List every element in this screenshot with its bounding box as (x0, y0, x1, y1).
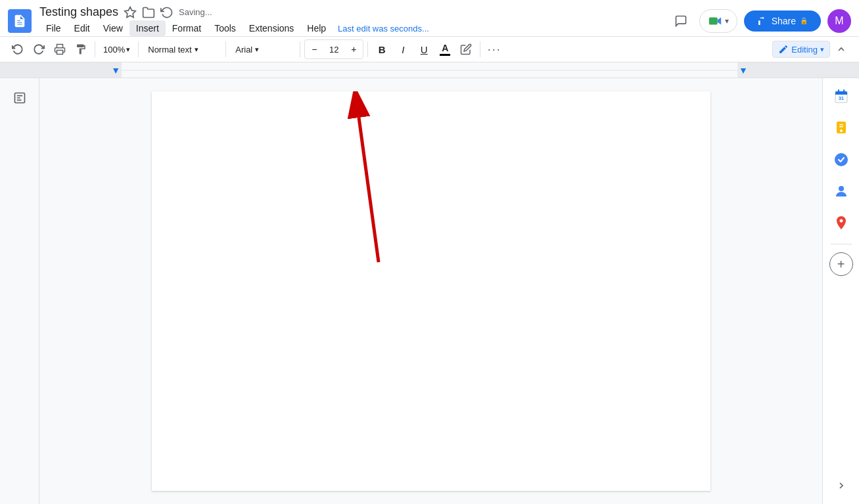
expand-sidebar-button[interactable] (833, 478, 849, 493)
editing-mode-button[interactable]: Editing ▾ (772, 41, 830, 58)
toolbar: 100% ▾ Normal text ▾ Arial ▾ − + B I U A… (0, 37, 859, 62)
google-contacts-button[interactable] (828, 178, 854, 204)
editing-label: Editing (791, 45, 818, 55)
document-outline-button[interactable] (8, 86, 32, 110)
svg-point-19 (835, 153, 848, 166)
google-maps-button[interactable] (828, 210, 854, 236)
share-label: Share (772, 16, 796, 26)
redo-button[interactable] (29, 39, 49, 59)
svg-text:31: 31 (839, 96, 844, 101)
font-label: Arial (235, 45, 252, 55)
meet-dropdown-arrow: ▾ (725, 16, 729, 26)
text-color-indicator: A (440, 43, 450, 56)
font-size-decrease[interactable]: − (306, 41, 322, 57)
svg-rect-3 (758, 20, 760, 25)
menu-tools[interactable]: Tools (208, 20, 243, 36)
toolbar-divider-2 (138, 41, 139, 57)
svg-rect-17 (839, 124, 843, 126)
zoom-control[interactable]: 100% ▾ (99, 43, 134, 56)
header-actions: ▾ Share 🔒 M (669, 9, 851, 33)
font-size-control: − + (304, 39, 363, 59)
sidebar-left (0, 78, 39, 504)
font-dropdown-arrow: ▾ (255, 45, 259, 54)
zoom-value: 100% (103, 45, 125, 55)
svg-rect-11 (835, 93, 847, 95)
menu-format[interactable]: Format (166, 20, 208, 36)
toolbar-divider-4 (300, 41, 300, 57)
svg-marker-0 (125, 7, 136, 17)
ruler-marker-right[interactable]: ▼ (739, 66, 748, 75)
menu-bar: File Edit View Insert Format Tools Exten… (39, 20, 664, 36)
document-area[interactable] (39, 78, 822, 504)
menu-help[interactable]: Help (300, 20, 333, 36)
google-keep-button[interactable] (828, 115, 854, 141)
svg-line-8 (359, 118, 379, 262)
svg-point-16 (840, 129, 843, 132)
italic-button[interactable]: I (393, 39, 413, 59)
svg-rect-18 (839, 126, 843, 127)
zoom-dropdown-arrow: ▾ (126, 45, 130, 54)
font-size-input[interactable] (323, 45, 344, 55)
text-color-button[interactable]: A (435, 39, 455, 59)
share-lock-icon: 🔒 (800, 17, 808, 24)
menu-file[interactable]: File (39, 20, 68, 36)
right-sidebar-divider (831, 244, 852, 244)
toolbar-divider-5 (367, 41, 368, 57)
menu-edit[interactable]: Edit (68, 20, 97, 36)
header: Testing shapes Saving... File Ed (0, 0, 859, 37)
print-button[interactable] (50, 39, 70, 59)
ruler-left-margin: ▼ (0, 62, 122, 78)
style-dropdown-arrow: ▾ (195, 45, 198, 54)
text-color-underline (440, 54, 450, 56)
add-icon: + (837, 257, 845, 272)
ruler-right-margin: ▼ (737, 62, 859, 78)
toolbar-divider-6 (480, 41, 480, 57)
highlight-button[interactable] (456, 39, 476, 59)
toolbar-divider-3 (225, 41, 226, 57)
more-options-button[interactable]: ··· (484, 39, 504, 59)
document-page[interactable] (152, 91, 710, 491)
paint-format-button[interactable] (71, 39, 91, 59)
ruler-marker-left[interactable]: ▼ (111, 66, 120, 75)
toolbar-divider-1 (95, 41, 95, 57)
title-area: Testing shapes Saving... File Ed (39, 5, 664, 36)
annotation-arrow (152, 91, 388, 295)
svg-point-20 (839, 186, 844, 191)
add-plugin-button[interactable]: + (829, 252, 853, 276)
menu-extensions[interactable]: Extensions (243, 20, 300, 36)
folder-icon[interactable] (142, 6, 155, 19)
svg-rect-4 (57, 51, 63, 55)
ruler-content (122, 62, 737, 78)
underline-button[interactable]: U (414, 39, 434, 59)
paragraph-style-dropdown[interactable]: Normal text ▾ (143, 42, 221, 57)
font-size-increase[interactable]: + (346, 41, 361, 57)
document-title[interactable]: Testing shapes (39, 5, 118, 19)
menu-view[interactable]: View (97, 20, 129, 36)
bold-button[interactable]: B (372, 39, 392, 59)
sidebar-right: 31 (822, 78, 859, 504)
undo-button[interactable] (8, 39, 28, 59)
share-button[interactable]: Share 🔒 (744, 11, 821, 32)
google-tasks-button[interactable] (828, 147, 854, 173)
comments-button[interactable] (669, 9, 693, 33)
google-calendar-button[interactable]: 31 (828, 83, 854, 110)
ruler: ▼ ▼ (0, 62, 859, 78)
collapse-toolbar-button[interactable] (831, 39, 851, 59)
docs-logo (8, 9, 32, 33)
star-icon[interactable] (124, 6, 137, 19)
main-area: 31 (0, 78, 859, 504)
title-row: Testing shapes Saving... (39, 5, 664, 19)
user-avatar[interactable]: M (827, 9, 851, 33)
saving-icon (160, 6, 174, 19)
last-edit-text[interactable]: Last edit was seconds... (338, 24, 429, 34)
style-label: Normal text (148, 45, 191, 55)
svg-rect-1 (708, 17, 717, 24)
saving-status: Saving... (179, 7, 212, 17)
editing-dropdown-arrow: ▾ (820, 45, 824, 54)
meet-button[interactable]: ▾ (699, 9, 737, 33)
font-dropdown[interactable]: Arial ▾ (230, 42, 296, 57)
menu-insert[interactable]: Insert (129, 20, 166, 36)
